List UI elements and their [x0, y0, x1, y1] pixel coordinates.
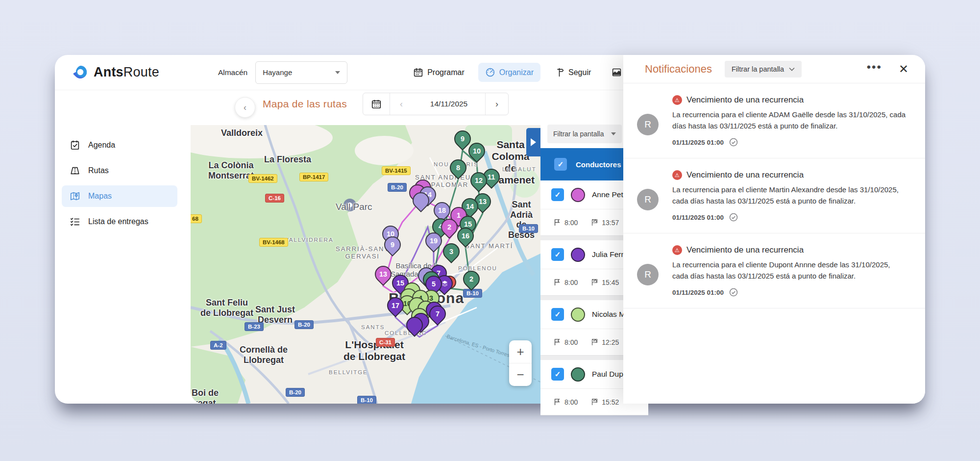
warning-icon: ⚠ [672, 170, 682, 180]
speedometer-icon [485, 67, 495, 77]
nav-programar[interactable]: Programar [406, 63, 471, 82]
notifications-filter-dropdown[interactable]: Filtrar la pantalla [725, 61, 802, 77]
notification-item[interactable]: R ⚠ Vencimiento de una recurrencia La re… [623, 83, 925, 158]
notification-title: ⚠ Vencimiento de una recurrencia [672, 95, 907, 105]
road-badge-b-20: B-20 [388, 183, 407, 192]
antsroute-logo-icon [72, 64, 89, 81]
warning-icon: ⚠ [672, 245, 682, 255]
avatar: R [637, 114, 659, 135]
driver-start-time: 8:00 [553, 398, 578, 406]
map-label-la-floresta: La Floresta [264, 154, 311, 165]
driver-checkbox[interactable]: ✓ [551, 308, 564, 321]
map-label-bellvitge: BELLVITGE [329, 369, 368, 376]
prev-day-button[interactable]: ‹ [390, 93, 413, 115]
driver-checkbox[interactable]: ✓ [551, 248, 564, 261]
desktop-background: AntsRoute Almacén Hayange ProgramarOrgan… [0, 0, 980, 461]
calendar-button[interactable] [363, 93, 390, 115]
road-badge-c-16: C-16 [265, 194, 284, 203]
brand-name: AntsRoute [94, 65, 159, 80]
map-label-vallvidrera: VALLVIDRERA [285, 237, 334, 243]
notification-timestamp: 01/11/2025 01:00 [672, 137, 907, 147]
road-badge-68: 68 [191, 214, 202, 223]
sidebar-item-mapas[interactable]: Mapas [62, 185, 177, 207]
flag-finish-icon [590, 218, 599, 227]
map-label-boi-de: Boi de regat [192, 388, 219, 404]
notification-body: La recurrencia para el cliente Dupont An… [672, 259, 907, 282]
close-notifications-button[interactable]: ✕ [899, 62, 908, 76]
notification-item[interactable]: R ⚠ Vencimiento de una recurrencia La re… [623, 233, 925, 308]
chevron-down-icon [789, 67, 795, 71]
page-title: Mapa de las rutas [263, 98, 347, 110]
notifications-panel: Notificaciones Filtrar la pantalla ••• ✕… [623, 55, 925, 404]
map-label-la-colo-nia: La Colònia Montserrat [208, 160, 254, 180]
sidebar-item-rutas[interactable]: Rutas [62, 160, 177, 181]
road-badge-b-10: B-10 [519, 224, 538, 233]
map-label-sant-marti: SANT MARTÍ [465, 243, 513, 250]
map-label-la-salut: LA SALUT [502, 166, 537, 173]
calendar-icon [413, 67, 423, 77]
flag-start-icon [553, 398, 562, 406]
check-circle-icon [729, 212, 738, 222]
sidebar-item-lista-de-entregas[interactable]: Lista de entregas [62, 211, 177, 232]
road-badge-bv-1415: BV-1415 [382, 166, 411, 175]
zoom-out-button[interactable]: − [509, 363, 532, 386]
sidebar: AgendaRutasMapasLista de entregas [55, 90, 184, 404]
agenda-icon [70, 140, 80, 151]
map-label-cornella-de: Cornellà de Llobregat [240, 345, 288, 365]
notifications-header: Notificaciones Filtrar la pantalla ••• ✕ [623, 55, 925, 83]
driver-start-time: 8:00 [553, 338, 578, 346]
driver-color-dot [571, 188, 585, 202]
driver-end-time: 15:45 [590, 278, 619, 286]
driver-checkbox[interactable]: ✓ [551, 368, 564, 381]
more-options-button[interactable]: ••• [867, 67, 882, 71]
road-badge-bp-1417: BP-1417 [299, 173, 328, 181]
zoom-in-button[interactable]: + [509, 340, 532, 363]
map-label-poblenou: POBLENOU [458, 265, 497, 272]
route-map[interactable]: ValldoreixLa FlorestaLa Colònia Montserr… [191, 125, 540, 404]
road-badge-c-31: C-31 [376, 338, 395, 347]
driver-checkbox[interactable]: ✓ [551, 188, 564, 201]
drivers-filter-dropdown[interactable]: Filtrar la pantalla [547, 125, 622, 143]
warehouse-label: Almacén [218, 68, 247, 77]
notifications-title: Notificaciones [645, 63, 712, 76]
current-date[interactable]: 14/11/2025 [413, 93, 485, 115]
notification-timestamp: 01/11/2025 01:00 [672, 212, 907, 222]
road-badge-b-10: B-10 [463, 289, 482, 298]
date-picker-group: ‹ 14/11/2025 › [363, 93, 509, 115]
nav-seguir[interactable]: Seguir [547, 63, 598, 82]
chevron-down-icon [335, 71, 340, 74]
flag-start-icon [553, 278, 562, 286]
drivers-select-all-checkbox[interactable]: ✓ [554, 158, 567, 171]
notification-item[interactable]: R ⚠ Vencimiento de una recurrencia La re… [623, 158, 925, 233]
expand-panel-button[interactable] [526, 128, 540, 156]
road-badge-a-2: A-2 [210, 341, 226, 350]
notifications-list: R ⚠ Vencimiento de una recurrencia La re… [623, 83, 925, 308]
brand-logo: AntsRoute [72, 64, 159, 81]
map-label-sant-feliu: Sant Feliu de Llobregat [200, 298, 253, 318]
flag-start-icon [553, 218, 562, 227]
check-circle-icon [729, 287, 738, 297]
app-window: AntsRoute Almacén Hayange ProgramarOrgan… [55, 55, 925, 404]
chart-icon [612, 67, 622, 77]
notification-body: La recurrencia para el cliente ADAM Gaël… [672, 109, 907, 131]
driver-color-dot [571, 307, 585, 322]
warehouse-select[interactable]: Hayange [255, 61, 347, 84]
road-badge-b-20: B-20 [294, 320, 314, 329]
collapse-panel-button[interactable]: ‹ [235, 97, 255, 118]
avatar: R [637, 189, 659, 210]
map-zoom-control: + − [509, 340, 532, 386]
map-label-vall-parc: Vall Parc [336, 202, 372, 212]
road-badge-b-10: B-10 [357, 396, 376, 404]
road-badge-bv-1468: BV-1468 [259, 238, 288, 247]
chevron-down-icon [611, 132, 616, 135]
sidebar-item-agenda[interactable]: Agenda [62, 134, 177, 156]
nav-organizar[interactable]: Organizar [478, 63, 540, 82]
checklist-icon [70, 216, 80, 227]
map-label-sants: SANTS [361, 324, 385, 331]
notification-timestamp: 01/11/2025 01:00 [672, 287, 907, 297]
map-label-l-hospitalet: L'Hospitalet de Llobregat [343, 339, 405, 362]
next-day-button[interactable]: › [485, 93, 508, 115]
play-arrow-icon [531, 138, 536, 146]
flag-finish-icon [590, 338, 599, 346]
driver-start-time: 8:00 [553, 278, 578, 286]
